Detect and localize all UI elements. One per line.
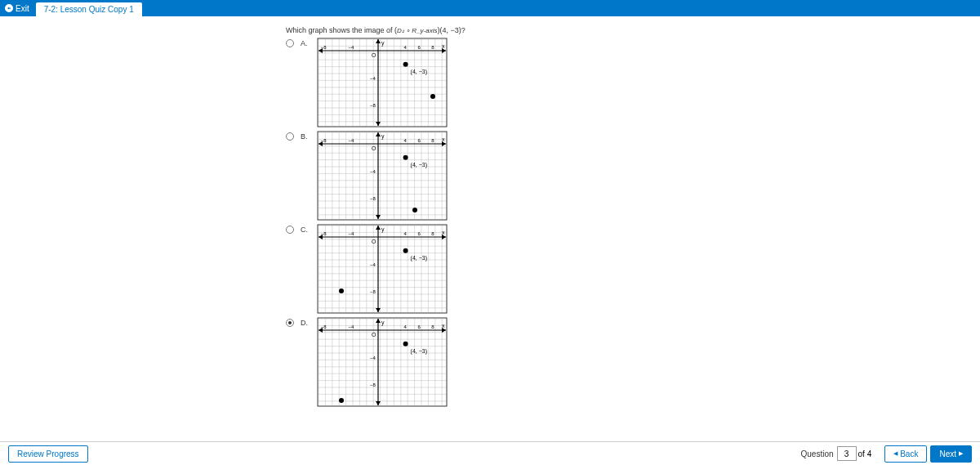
svg-text:x: x <box>442 43 445 49</box>
graph-svg: y x O −4 −8 4 6 8 −4 −8 (4, −3) <box>317 224 448 314</box>
svg-text:−8: −8 <box>370 103 376 108</box>
choice-D[interactable]: D. y x O −4 −8 4 6 8 −4 −8 (4, −3) <box>286 317 980 407</box>
question-label: Question <box>800 449 833 458</box>
svg-text:−8: −8 <box>370 289 376 294</box>
svg-text:−4: −4 <box>370 169 376 174</box>
graph-A: y x O −4 −8 4 6 8 −4 −8 (4, −3) <box>317 38 448 127</box>
svg-text:x: x <box>442 230 445 235</box>
triangle-left-icon: ◀ <box>893 450 898 457</box>
svg-text:−4: −4 <box>370 76 376 81</box>
graph-svg: y x O −4 −8 4 6 8 −4 −8 (4, −3) <box>317 38 448 127</box>
radio-C[interactable] <box>286 226 294 234</box>
top-bar: Exit 7-2: Lesson Quiz Copy 1 <box>0 0 980 16</box>
choice-label-B: B. <box>301 132 310 141</box>
footer-bar: Review Progress Question of 4 ◀Back Next… <box>0 441 980 465</box>
exit-button[interactable]: Exit <box>0 0 34 16</box>
choice-label-D: D. <box>301 319 310 327</box>
svg-text:x: x <box>442 136 445 142</box>
svg-text:−4: −4 <box>348 324 354 329</box>
svg-point-50 <box>403 62 408 67</box>
svg-text:−8: −8 <box>370 382 376 387</box>
svg-rect-159 <box>318 318 447 406</box>
graph-svg: y x O −4 −8 4 6 8 −4 −8 (4, −3) <box>317 131 448 221</box>
svg-text:O: O <box>372 332 376 338</box>
svg-text:−4: −4 <box>348 138 354 143</box>
choice-label-C: C. <box>301 226 310 234</box>
question-area: Which graph shows the image of (D₂ ∘ R_y… <box>0 16 980 441</box>
back-button[interactable]: ◀Back <box>884 445 927 463</box>
triangle-right-icon: ▶ <box>959 450 963 457</box>
svg-text:y: y <box>381 133 385 140</box>
svg-rect-53 <box>318 132 447 220</box>
graph-C: y x O −4 −8 4 6 8 −4 −8 (4, −3) <box>317 224 448 314</box>
choice-label-A: A. <box>301 39 310 47</box>
svg-point-103 <box>403 155 408 160</box>
svg-text:−8: −8 <box>321 45 327 50</box>
question-total: of 4 <box>858 449 872 458</box>
svg-text:−4: −4 <box>348 231 354 236</box>
exit-label: Exit <box>16 4 29 13</box>
svg-point-52 <box>430 94 435 99</box>
exit-icon <box>5 4 13 12</box>
svg-point-105 <box>412 208 417 212</box>
svg-rect-0 <box>318 38 447 127</box>
review-progress-button[interactable]: Review Progress <box>8 445 88 463</box>
svg-text:−4: −4 <box>370 262 376 267</box>
svg-text:−8: −8 <box>370 196 376 201</box>
choice-C[interactable]: C. y x O −4 −8 4 6 8 −4 −8 (4, −3) <box>286 224 980 314</box>
svg-text:(4, −3): (4, −3) <box>411 348 427 355</box>
svg-text:O: O <box>372 239 376 244</box>
graph-B: y x O −4 −8 4 6 8 −4 −8 (4, −3) <box>317 131 448 221</box>
svg-text:(4, −3): (4, −3) <box>411 69 427 75</box>
question-stem: Which graph shows the image of (D₂ ∘ R_y… <box>286 26 980 34</box>
svg-text:y: y <box>381 226 385 233</box>
next-button[interactable]: Next▶ <box>930 445 972 463</box>
lesson-title-tab: 7-2: Lesson Quiz Copy 1 <box>36 2 142 16</box>
svg-text:y: y <box>381 320 385 326</box>
svg-point-158 <box>339 288 344 293</box>
svg-text:−8: −8 <box>321 231 327 236</box>
svg-text:(4, −3): (4, −3) <box>411 162 427 168</box>
radio-B[interactable] <box>286 132 294 141</box>
radio-D[interactable] <box>286 319 294 327</box>
radio-A[interactable] <box>286 39 294 47</box>
svg-point-156 <box>403 248 408 253</box>
svg-text:O: O <box>372 52 376 58</box>
svg-point-209 <box>403 342 408 347</box>
svg-text:−4: −4 <box>348 45 354 50</box>
svg-text:O: O <box>372 145 376 151</box>
graph-D: y x O −4 −8 4 6 8 −4 −8 (4, −3) <box>317 317 448 407</box>
svg-text:−4: −4 <box>370 355 376 360</box>
svg-text:(4, −3): (4, −3) <box>411 255 427 262</box>
svg-text:x: x <box>442 323 445 329</box>
svg-text:y: y <box>381 40 385 47</box>
svg-text:−8: −8 <box>321 324 327 329</box>
choice-B[interactable]: B. y x O −4 −8 4 6 8 −4 −8 (4, −3) <box>286 131 980 221</box>
svg-rect-106 <box>318 225 447 313</box>
graph-svg: y x O −4 −8 4 6 8 −4 −8 (4, −3) <box>317 317 448 407</box>
svg-point-211 <box>339 398 344 403</box>
question-number-input[interactable] <box>837 446 857 461</box>
choice-A[interactable]: A. y x O −4 −8 4 6 8 −4 −8 (4, −3) <box>286 38 980 127</box>
svg-text:−8: −8 <box>321 138 327 143</box>
